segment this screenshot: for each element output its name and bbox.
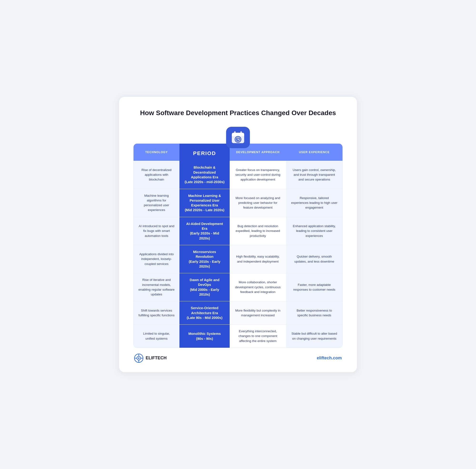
tech-cell: Shift towards services fulfilling specif… [134, 301, 179, 325]
svg-point-13 [138, 357, 139, 359]
period-icon-container [133, 127, 343, 148]
period-cell: Machine Learning & Personalized User Exp… [179, 189, 230, 217]
tech-cell: Rise of decentralized applications with … [134, 161, 179, 189]
period-icon [226, 127, 250, 148]
table-row: Limited to singular, unified systemsMono… [134, 325, 342, 348]
logo-text: ELIFTECH [146, 356, 167, 360]
table-row: Rise of iterative and incremental models… [134, 273, 342, 301]
table-row: Rise of decentralized applications with … [134, 161, 342, 189]
ux-cell: Enhanced application stability, leading … [286, 217, 342, 245]
ux-cell: Better responsiveness to specific busine… [286, 301, 342, 325]
svg-rect-2 [232, 134, 244, 136]
svg-rect-3 [234, 131, 236, 135]
page-title: How Software Development Practices Chang… [133, 109, 343, 117]
tech-cell: AI introduced to spot and fix bugs with … [134, 217, 179, 245]
main-card: How Software Development Practices Chang… [119, 97, 357, 372]
table-row: Applications divided into independent, l… [134, 245, 342, 273]
tech-cell: Limited to singular, unified systems [134, 325, 179, 348]
dev-cell: High flexibility, easy scalability, and … [230, 245, 286, 273]
ux-cell: Quicker delivery, smooth updates, and le… [286, 245, 342, 273]
website-url: eliftech.com [317, 356, 342, 360]
dev-cell: Everything interconnected, changes to on… [230, 325, 286, 348]
dev-cell: More flexibility but complexity in manag… [230, 301, 286, 325]
tech-cell: Machine learning algorithms for personal… [134, 189, 179, 217]
table-row: Shift towards services fulfilling specif… [134, 301, 342, 325]
svg-rect-4 [240, 131, 242, 135]
logo-icon [134, 354, 143, 363]
table-row: AI introduced to spot and fix bugs with … [134, 217, 342, 245]
period-cell: Blockchain & Decentralized Applications … [179, 161, 230, 189]
footer: ELIFTECH eliftech.com [133, 354, 343, 363]
period-cell: Monolithic Systems(80s - 90s) [179, 325, 230, 348]
dev-cell: More collaboration, shorter development … [230, 273, 286, 301]
table-row: Machine learning algorithms for personal… [134, 189, 342, 217]
period-cell: Microservices Revolution(Early 2010s - E… [179, 245, 230, 273]
ux-cell: Stable but difficult to alter based on c… [286, 325, 342, 348]
period-cell: Service-Oriented Architecture Era(Late 9… [179, 301, 230, 325]
dev-cell: Greater focus on transparency, security … [230, 161, 286, 189]
data-table: TECHNOLOGY PERIOD DEVELOPMENT APPROACH U… [134, 144, 342, 348]
period-cell: AI-Aided Development Era(Early 2020s - M… [179, 217, 230, 245]
ux-cell: Users gain control, ownership, and trust… [286, 161, 342, 189]
ux-cell: Responsive, tailored experiences leading… [286, 189, 342, 217]
tech-cell: Rise of iterative and incremental models… [134, 273, 179, 301]
tech-cell: Applications divided into independent, l… [134, 245, 179, 273]
period-cell: Dawn of Agile and DevOps(Mid 2000s - Ear… [179, 273, 230, 301]
dev-cell: Bug detection and resolution expedited, … [230, 217, 286, 245]
dev-cell: More focused on analyzing and predicting… [230, 189, 286, 217]
svg-point-10 [238, 139, 238, 140]
ux-cell: Faster, more adaptable responses to cust… [286, 273, 342, 301]
data-table-wrapper: TECHNOLOGY PERIOD DEVELOPMENT APPROACH U… [133, 144, 343, 348]
calendar-clock-icon [231, 130, 245, 145]
logo: ELIFTECH [134, 354, 167, 363]
